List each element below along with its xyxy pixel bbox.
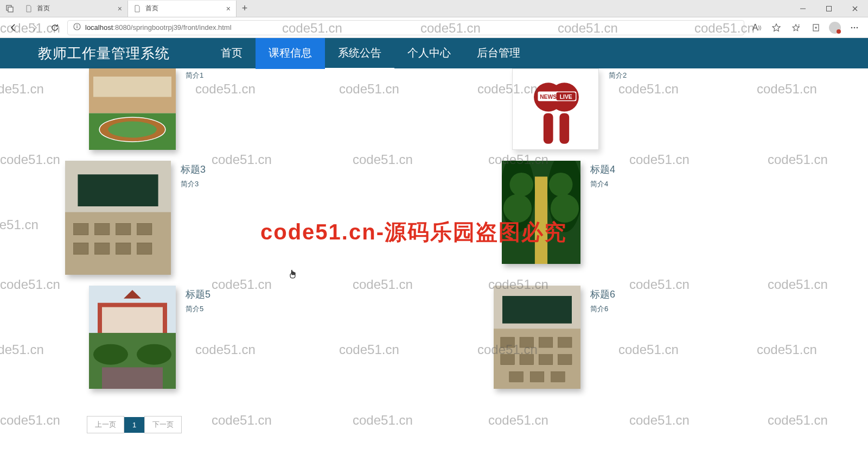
svg-rect-44	[535, 176, 547, 264]
window-minimize-icon[interactable]	[790, 0, 816, 17]
svg-rect-69	[558, 355, 572, 365]
svg-rect-70	[509, 371, 524, 382]
card-subtitle: 简介2	[609, 71, 627, 80]
svg-rect-65	[558, 337, 572, 348]
close-icon[interactable]: ×	[226, 4, 231, 13]
url-input[interactable]: localhost:8080/springbootrpj39/front/ind…	[67, 20, 744, 35]
svg-point-48	[549, 173, 573, 197]
card-thumbnail	[502, 161, 580, 264]
card-title: 标题3	[181, 163, 206, 176]
card-subtitle: 简介5	[186, 304, 210, 314]
site-nav: 教师工作量管理系统 首页 课程信息 系统公告 个人中心 后台管理	[0, 38, 868, 68]
card-4[interactable]: 标题4 简介4	[488, 161, 803, 280]
card-1[interactable]: 简介1	[65, 68, 347, 155]
browser-chrome: 首页 × 首页 × +	[0, 0, 868, 38]
svg-rect-18	[93, 77, 171, 97]
site-info-icon[interactable]	[73, 23, 81, 32]
nav-item-admin[interactable]: 后台管理	[464, 38, 533, 69]
svg-rect-42	[137, 243, 152, 254]
svg-point-21	[108, 122, 157, 138]
nav-item-profile[interactable]: 个人中心	[394, 38, 464, 69]
card-title: 标题5	[186, 288, 210, 301]
nav-item-home[interactable]: 首页	[208, 38, 256, 69]
card-3[interactable]: 标题3 简介3	[65, 161, 347, 280]
svg-rect-38	[137, 224, 152, 235]
svg-rect-23	[559, 113, 569, 143]
card-subtitle: 简介1	[186, 71, 203, 80]
card-subtitle: 简介3	[181, 179, 206, 189]
card-2[interactable]: NEWS LIVE LIVE 简介2	[488, 68, 803, 155]
browser-tab-1[interactable]: 首页 ×	[20, 1, 128, 17]
card-thumbnail	[89, 286, 176, 389]
svg-rect-67	[520, 355, 534, 365]
card-thumbnail	[89, 68, 176, 150]
svg-rect-63	[520, 337, 534, 348]
svg-point-15	[854, 27, 856, 28]
pager-page-1[interactable]: 1	[124, 417, 144, 433]
forward-icon	[26, 20, 42, 36]
collections-icon[interactable]	[807, 20, 824, 36]
site-title: 教师工作量管理系统	[38, 44, 170, 63]
card-title: 标题4	[590, 163, 615, 176]
svg-rect-64	[539, 337, 553, 348]
back-icon[interactable]	[5, 20, 22, 36]
browser-address-bar: localhost:8080/springbootrpj39/front/ind…	[0, 17, 868, 38]
svg-rect-58	[102, 367, 163, 389]
browser-tab-2[interactable]: 首页 ×	[128, 1, 237, 17]
svg-rect-41	[116, 243, 131, 254]
svg-point-16	[857, 27, 858, 28]
document-icon	[25, 5, 33, 12]
card-thumbnail	[65, 161, 171, 275]
card-subtitle: 简介6	[590, 304, 615, 314]
svg-rect-68	[539, 355, 553, 365]
card-5[interactable]: 标题5 简介5	[65, 286, 347, 405]
window-close-icon[interactable]	[842, 0, 868, 17]
svg-point-50	[551, 194, 579, 223]
svg-point-47	[510, 173, 534, 197]
favorites-icon[interactable]	[788, 20, 804, 36]
cursor-icon	[289, 269, 298, 282]
svg-point-56	[93, 344, 128, 365]
menu-icon[interactable]	[846, 20, 863, 36]
pager-next-button[interactable]: 下一页	[144, 416, 182, 433]
tab-title: 首页	[37, 4, 50, 13]
svg-rect-53	[102, 307, 163, 333]
nav-item-course[interactable]: 课程信息	[256, 38, 325, 69]
read-aloud-icon[interactable]: A))	[749, 20, 765, 36]
document-icon	[133, 5, 141, 12]
svg-rect-1	[8, 7, 13, 12]
new-tab-button[interactable]: +	[237, 3, 253, 14]
url-text: localhost:8080/springbootrpj39/front/ind…	[85, 23, 232, 31]
svg-rect-40	[95, 243, 110, 254]
star-icon[interactable]	[768, 20, 784, 36]
content-area: 简介1 NEWS LIVE LIVE	[0, 68, 868, 444]
svg-text:LIVE: LIVE	[560, 94, 572, 100]
nav-item-notice[interactable]: 系统公告	[325, 38, 394, 69]
refresh-icon[interactable]	[47, 20, 63, 36]
card-subtitle: 简介4	[590, 179, 615, 189]
tab-title: 首页	[145, 4, 158, 13]
svg-point-14	[851, 27, 853, 28]
svg-rect-22	[544, 113, 553, 143]
close-icon[interactable]: ×	[118, 4, 122, 13]
svg-point-57	[137, 344, 171, 365]
browser-tab-bar: 首页 × 首页 × +	[0, 0, 868, 17]
svg-point-49	[503, 194, 532, 223]
card-thumbnail	[494, 286, 580, 389]
pager-prev-button[interactable]: 上一页	[87, 416, 124, 433]
tab-actions-icon[interactable]	[3, 2, 16, 15]
svg-rect-39	[74, 243, 88, 254]
card-title: 标题6	[590, 288, 615, 301]
card-6[interactable]: 标题6 简介6	[488, 286, 803, 405]
svg-rect-62	[501, 337, 515, 348]
svg-rect-35	[74, 224, 88, 235]
svg-rect-60	[502, 296, 572, 324]
svg-rect-33	[78, 174, 158, 206]
pager: 上一页 1 下一页	[87, 416, 803, 433]
card-thumbnail: NEWS LIVE LIVE	[512, 68, 599, 150]
profile-icon[interactable]	[827, 20, 843, 36]
svg-rect-72	[551, 371, 565, 382]
svg-rect-66	[501, 355, 515, 365]
svg-rect-3	[827, 6, 832, 11]
window-maximize-icon[interactable]	[816, 0, 842, 17]
